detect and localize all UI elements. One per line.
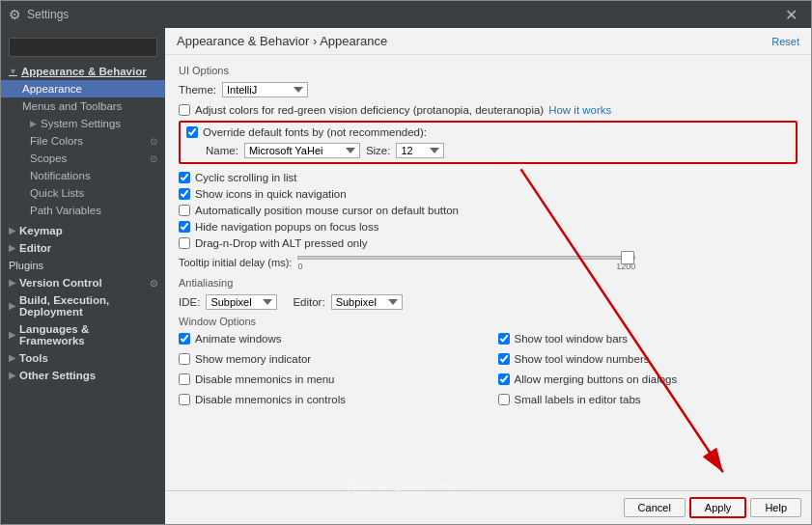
expand-icon — [9, 278, 15, 288]
auto-position-checkbox[interactable] — [179, 205, 190, 216]
animate-windows-checkbox[interactable] — [179, 333, 190, 345]
adjust-colors-checkbox[interactable] — [179, 104, 190, 116]
auto-position-label: Automatically position mouse cursor on d… — [195, 205, 459, 216]
help-button[interactable]: Help — [750, 498, 801, 517]
theme-label: Theme: — [179, 84, 216, 96]
sidebar-item-label: Notifications — [30, 170, 91, 181]
disable-mnemonics-controls-checkbox[interactable] — [179, 394, 190, 405]
font-name-select[interactable]: Microsoft YaHei Arial Segoe UI — [244, 143, 360, 158]
settings-icon: ⚙ — [9, 7, 21, 22]
main-content: Appearance & Behavior Appearance Menus a… — [1, 28, 811, 524]
disable-mnemonics-menu-label: Disable mnemonics in menu — [195, 373, 334, 385]
sidebar-item-label: Plugins — [9, 260, 43, 271]
small-labels-label: Small labels in editor tabs — [515, 394, 641, 405]
sidebar-item-appearance-behavior[interactable]: Appearance & Behavior — [1, 63, 165, 80]
hide-navigation-checkbox[interactable] — [179, 221, 190, 233]
sidebar-item-keymap[interactable]: Keymap — [1, 222, 165, 239]
breadcrumb: Appearance & Behavior › Appearance — [177, 34, 387, 48]
slider-ticks: 0 1200 — [297, 262, 635, 271]
show-icons-checkbox[interactable] — [179, 188, 190, 200]
sidebar-item-notifications[interactable]: Notifications — [1, 167, 165, 184]
sidebar-item-plugins: Plugins — [1, 257, 165, 274]
sidebar-item-tools[interactable]: Tools — [1, 349, 165, 367]
show-tool-numbers-label: Show tool window numbers — [515, 353, 650, 365]
theme-select[interactable]: IntelliJ Darcula High contrast — [222, 82, 308, 97]
show-tool-bars-checkbox[interactable] — [498, 333, 510, 345]
cyclic-scrolling-label: Cyclic scrolling in list — [195, 172, 296, 183]
slider-container: 0 1200 — [297, 254, 635, 271]
small-labels-checkbox[interactable] — [498, 394, 510, 405]
cyclic-scrolling-checkbox[interactable] — [179, 172, 190, 183]
expand-icon — [9, 301, 15, 311]
sidebar-item-other-settings[interactable]: Other Settings — [1, 367, 165, 384]
adjust-colors-label: Adjust colors for red-green vision defic… — [195, 104, 544, 116]
how-works-link[interactable]: How it works — [548, 104, 611, 116]
cyclic-scrolling-row: Cyclic scrolling in list — [179, 172, 798, 183]
cancel-button[interactable]: Cancel — [624, 498, 686, 517]
antialiasing-section-label: Antialiasing — [179, 277, 798, 289]
sidebar-item-editor[interactable]: Editor — [1, 239, 165, 257]
expand-icon — [9, 67, 17, 76]
sidebar-item-build[interactable]: Build, Execution, Deployment — [1, 291, 165, 320]
sidebar-item-label: Editor — [19, 242, 51, 254]
slider-thumb[interactable] — [621, 251, 634, 264]
disable-mnemonics-menu-row: Disable mnemonics in menu — [179, 373, 479, 385]
ui-options-section-label: UI Options — [179, 65, 798, 76]
theme-row: Theme: IntelliJ Darcula High contrast — [179, 82, 798, 97]
ide-label: IDE: — [179, 296, 200, 308]
show-icons-label: Show icons in quick navigation — [195, 188, 347, 200]
expand-icon — [9, 330, 15, 340]
indicator-icon: ⊙ — [150, 278, 157, 289]
search-input[interactable] — [9, 38, 157, 57]
sidebar-item-scopes[interactable]: Scopes ⊙ — [1, 150, 165, 167]
auto-position-row: Automatically position mouse cursor on d… — [179, 205, 798, 216]
window-options-grid: Animate windows Show tool window bars Sh… — [179, 333, 798, 410]
expand-icon — [30, 119, 37, 128]
sidebar-item-label: Build, Execution, Deployment — [19, 294, 157, 318]
sidebar-item-file-colors[interactable]: File Colors ⊙ — [1, 132, 165, 150]
small-labels-row: Small labels in editor tabs — [498, 394, 798, 405]
ide-antialiasing-select[interactable]: Subpixel Greyscale None — [206, 294, 277, 310]
expand-icon — [9, 243, 15, 253]
reset-link[interactable]: Reset — [771, 36, 799, 47]
sidebar-item-quick-lists[interactable]: Quick Lists — [1, 184, 165, 202]
sidebar-item-version-control[interactable]: Version Control ⊙ — [1, 274, 165, 291]
sidebar-item-label: Appearance — [22, 83, 82, 95]
sidebar-item-label: Quick Lists — [30, 187, 84, 199]
show-memory-checkbox[interactable] — [179, 353, 190, 365]
show-memory-row: Show memory indicator — [179, 353, 479, 365]
show-tool-bars-row: Show tool window bars — [498, 333, 798, 345]
editor-antialiasing-select[interactable]: Subpixel Greyscale None — [331, 294, 403, 310]
apply-button[interactable]: Apply — [689, 497, 747, 518]
window-options-section: Window Options Animate windows Show tool… — [179, 316, 798, 410]
close-button[interactable]: ✕ — [779, 4, 803, 26]
settings-content: UI Options Theme: IntelliJ Darcula High … — [165, 55, 811, 490]
font-name-row: Name: Microsoft YaHei Arial Segoe UI Siz… — [186, 143, 790, 158]
sidebar-item-path-variables[interactable]: Path Variables — [1, 202, 165, 219]
sidebar-item-menus-toolbars[interactable]: Menus and Toolbars — [1, 97, 165, 115]
sidebar-item-system-settings[interactable]: System Settings — [1, 115, 165, 132]
expand-icon — [9, 371, 15, 380]
sidebar-item-label: File Colors — [30, 135, 83, 147]
font-name-label: Name: — [206, 145, 238, 156]
show-tool-numbers-row: Show tool window numbers — [498, 353, 798, 365]
override-fonts-checkbox[interactable] — [186, 126, 198, 138]
drag-drop-checkbox[interactable] — [179, 237, 190, 249]
sidebar-item-label: System Settings — [41, 118, 121, 129]
font-size-select[interactable]: 10 11 12 13 14 — [396, 143, 444, 158]
window-title: Settings — [27, 8, 779, 21]
settings-window: ⚙ Settings ✕ Appearance & Behavior Appea… — [0, 0, 812, 525]
expand-icon — [9, 226, 15, 235]
allow-merging-row: Allow merging buttons on dialogs — [498, 373, 798, 385]
disable-mnemonics-menu-checkbox[interactable] — [179, 373, 190, 385]
allow-merging-checkbox[interactable] — [498, 373, 510, 385]
drag-drop-row: Drag-n-Drop with ALT pressed only — [179, 237, 798, 249]
show-tool-numbers-checkbox[interactable] — [498, 353, 510, 365]
sidebar-item-appearance[interactable]: Appearance — [1, 80, 165, 97]
tooltip-label: Tooltip initial delay (ms): — [179, 257, 292, 268]
show-tool-bars-label: Show tool window bars — [515, 333, 629, 345]
sidebar-item-languages[interactable]: Languages & Frameworks — [1, 320, 165, 349]
sidebar-item-label: Other Settings — [19, 370, 96, 381]
sidebar-item-label: Appearance & Behavior — [21, 66, 147, 77]
indicator-icon: ⊙ — [150, 136, 157, 147]
